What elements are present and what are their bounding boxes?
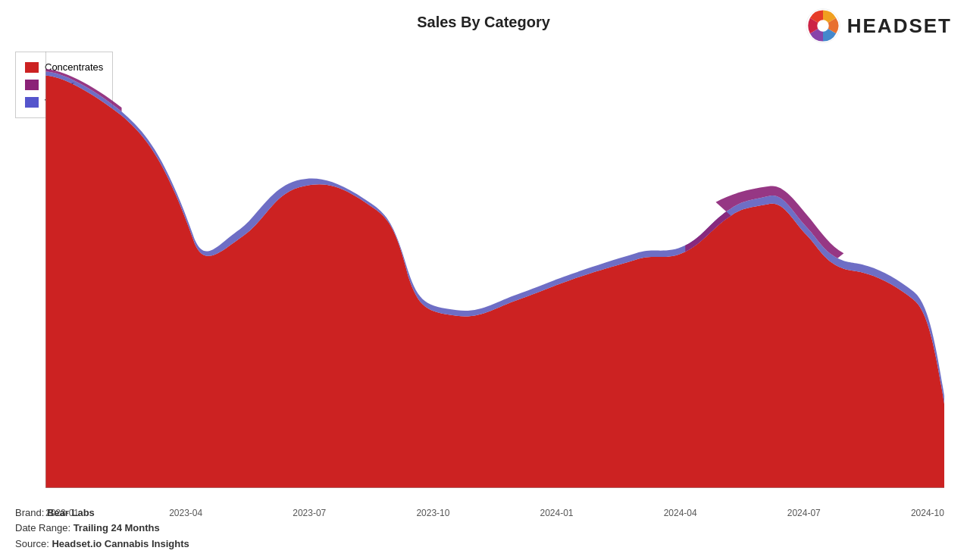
- footer-brand: Brand: Bear Labs: [15, 505, 189, 521]
- footer-date-range: Date Range: Trailing 24 Months: [15, 521, 189, 537]
- x-label-2: 2023-07: [293, 508, 326, 518]
- x-label-7: 2024-10: [911, 508, 944, 518]
- vapor-pens-swatch: [25, 97, 39, 108]
- footer-source: Source: Headset.io Cannabis Insights: [15, 537, 189, 552]
- chart-svg-area: [45, 52, 944, 488]
- concentrates-swatch: [25, 62, 39, 73]
- flower-swatch: [25, 80, 39, 90]
- x-label-6: 2024-07: [787, 508, 821, 518]
- area-chart: [45, 52, 944, 488]
- date-range-label: Date Range:: [15, 522, 70, 533]
- x-label-4: 2024-01: [540, 508, 574, 518]
- concentrates-area: [45, 76, 944, 488]
- x-label-3: 2023-10: [416, 508, 449, 518]
- source-label: Source:: [15, 538, 49, 549]
- chart-container: Sales By Category HEADSET Concentrates: [0, 0, 967, 560]
- brand-label: Brand:: [15, 507, 44, 518]
- logo-text: HEADSET: [847, 14, 952, 38]
- brand-value: Bear Labs: [47, 507, 95, 518]
- chart-footer: Brand: Bear Labs Date Range: Trailing 24…: [15, 505, 189, 552]
- svg-point-1: [817, 20, 828, 31]
- source-value: Headset.io Cannabis Insights: [52, 538, 189, 549]
- headset-logo-icon: [805, 8, 841, 44]
- x-label-5: 2024-04: [664, 508, 697, 518]
- logo-area: HEADSET: [805, 8, 952, 44]
- date-range-value: Trailing 24 Months: [74, 522, 160, 533]
